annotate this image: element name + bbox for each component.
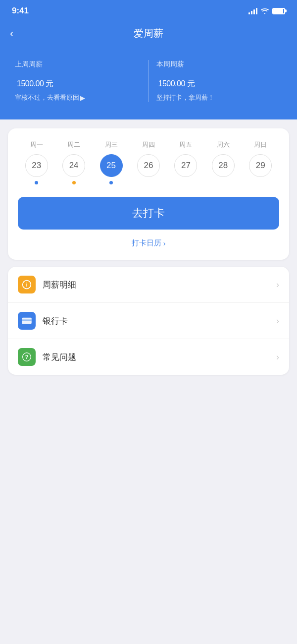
day-label-thu: 周四 bbox=[136, 140, 161, 149]
calendar-section: 周一 周二 周三 周四 周五 周六 周日 23 24 25 26 27 28 2… bbox=[18, 140, 279, 185]
date-23[interactable]: 23 bbox=[25, 154, 48, 177]
dot-24 bbox=[62, 181, 85, 185]
dot-26 bbox=[137, 181, 160, 185]
signal-icon bbox=[248, 7, 257, 14]
wifi-icon bbox=[260, 7, 269, 14]
bank-card-arrow: › bbox=[276, 316, 279, 326]
calendar-card: 周一 周二 周三 周四 周五 周六 周日 23 24 25 26 27 28 2… bbox=[8, 128, 289, 260]
dots-row bbox=[18, 181, 279, 185]
menu-item-salary-detail[interactable]: i 周薪明细 › bbox=[8, 267, 289, 303]
salary-detail-icon: i bbox=[18, 276, 36, 293]
dot-27 bbox=[174, 181, 197, 185]
menu-item-faq[interactable]: ? 常见问题 › bbox=[8, 339, 289, 375]
dot-25 bbox=[100, 181, 123, 185]
punch-button[interactable]: 去打卡 bbox=[18, 197, 279, 230]
faq-icon: ? bbox=[18, 348, 36, 366]
calendar-dates: 23 24 25 26 27 28 29 bbox=[18, 154, 279, 177]
note-arrow: ▶ bbox=[80, 94, 85, 102]
main-content: 周一 周二 周三 周四 周五 周六 周日 23 24 25 26 27 28 2… bbox=[0, 119, 297, 384]
calendar-history-link[interactable]: 打卡日历 › bbox=[18, 238, 279, 248]
date-25[interactable]: 25 bbox=[100, 154, 123, 177]
last-week-amount: 1500.00元 bbox=[15, 72, 141, 90]
this-week-salary: 本周周薪 1500.00元 坚持打卡，拿周薪！ bbox=[149, 60, 283, 102]
date-27[interactable]: 27 bbox=[174, 154, 197, 177]
date-24[interactable]: 24 bbox=[62, 154, 85, 177]
faq-arrow: › bbox=[276, 352, 279, 362]
faq-label: 常见问题 bbox=[43, 351, 276, 363]
status-bar: 9:41 bbox=[0, 0, 297, 22]
day-label-tue: 周二 bbox=[61, 140, 86, 149]
date-28[interactable]: 28 bbox=[212, 154, 235, 177]
bank-card-label: 银行卡 bbox=[43, 315, 276, 327]
last-week-note[interactable]: 审核不过，去看看原因 ▶ bbox=[15, 93, 141, 102]
bank-card-icon bbox=[18, 312, 36, 330]
day-label-wed: 周三 bbox=[99, 140, 124, 149]
this-week-note: 坚持打卡，拿周薪！ bbox=[156, 93, 283, 102]
day-label-sun: 周日 bbox=[248, 140, 273, 149]
dot-29 bbox=[249, 181, 272, 185]
svg-text:?: ? bbox=[25, 353, 28, 360]
calendar-days-header: 周一 周二 周三 周四 周五 周六 周日 bbox=[18, 140, 279, 149]
salary-section: 上周周薪 1500.00元 审核不过，去看看原因 ▶ 本周周薪 1500.00元… bbox=[0, 50, 297, 119]
svg-rect-3 bbox=[22, 319, 32, 321]
chevron-right-icon: › bbox=[163, 239, 166, 247]
last-week-label: 上周周薪 bbox=[15, 60, 141, 69]
battery-icon bbox=[272, 8, 285, 14]
salary-detail-arrow: › bbox=[276, 280, 279, 290]
status-time: 9:41 bbox=[12, 6, 29, 16]
this-week-label: 本周周薪 bbox=[156, 60, 283, 69]
back-button[interactable]: ‹ bbox=[10, 27, 13, 40]
page-title: 爱周薪 bbox=[134, 27, 163, 40]
day-label-sat: 周六 bbox=[211, 140, 236, 149]
salary-detail-label: 周薪明细 bbox=[43, 279, 276, 291]
this-week-amount: 1500.00元 bbox=[156, 72, 283, 90]
page-header: ‹ 爱周薪 bbox=[0, 22, 297, 50]
last-week-salary: 上周周薪 1500.00元 审核不过，去看看原因 ▶ bbox=[15, 60, 149, 102]
dot-28 bbox=[212, 181, 235, 185]
date-29[interactable]: 29 bbox=[249, 154, 272, 177]
date-26[interactable]: 26 bbox=[137, 154, 160, 177]
day-label-fri: 周五 bbox=[173, 140, 198, 149]
dot-23 bbox=[25, 181, 48, 185]
status-icons bbox=[248, 7, 285, 14]
menu-item-bank-card[interactable]: 银行卡 › bbox=[8, 303, 289, 339]
svg-text:i: i bbox=[26, 281, 27, 288]
day-label-mon: 周一 bbox=[24, 140, 49, 149]
menu-card: i 周薪明细 › 银行卡 › ? 常见问题 bbox=[8, 267, 289, 375]
